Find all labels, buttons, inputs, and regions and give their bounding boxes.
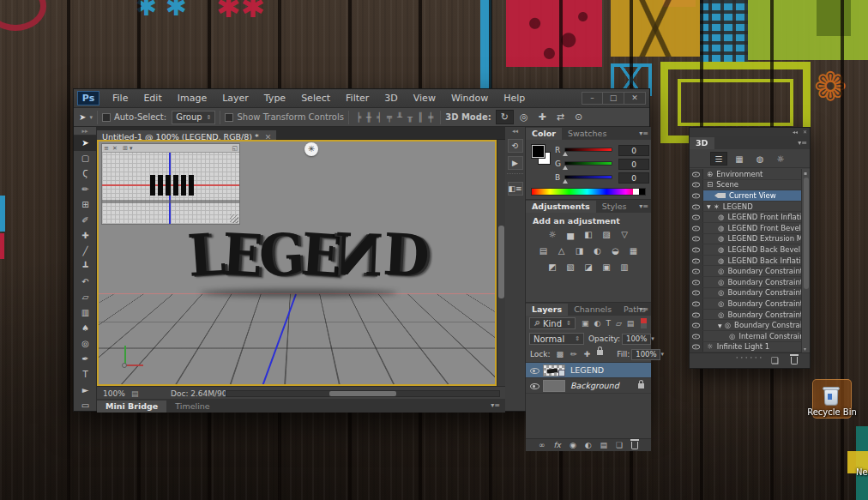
menu-filter[interactable]: Filter bbox=[338, 89, 377, 108]
hue-saturation-icon[interactable]: ▤ bbox=[536, 245, 551, 257]
history-brush-tool[interactable]: ↶ bbox=[74, 274, 97, 290]
expand-triangle-icon[interactable]: ▼ bbox=[707, 203, 711, 209]
auto-select-dropdown[interactable]: Group ⇕ bbox=[172, 111, 215, 124]
threshold-icon[interactable]: ◪ bbox=[582, 262, 596, 274]
filter-pixel-icon[interactable]: ▣ bbox=[579, 319, 592, 328]
filter-materials-icon[interactable]: ◍ bbox=[751, 152, 769, 166]
threed-item-legend-back-inflatio-[interactable]: ◍LEGEND Back Inflatio... bbox=[690, 256, 803, 267]
eyedropper-tool[interactable]: ✐ bbox=[74, 213, 97, 228]
swap-view-icon[interactable]: ◱ bbox=[232, 145, 238, 152]
lasso-tool[interactable]: Ϛ bbox=[74, 166, 97, 182]
color-panel-menu-icon[interactable]: ▾≡ bbox=[639, 130, 648, 137]
new-layer-icon[interactable]: ❏ bbox=[616, 441, 623, 449]
menu-layer[interactable]: Layer bbox=[214, 89, 256, 108]
resize-grip-icon[interactable] bbox=[230, 214, 238, 223]
recycle-bin-icon[interactable] bbox=[823, 385, 840, 407]
minimize-button[interactable]: – bbox=[582, 92, 603, 105]
scroll-down-icon[interactable]: ▾ bbox=[804, 346, 806, 352]
threed-item-legend-front-bevel-[interactable]: ◍LEGEND Front Bevel ... bbox=[690, 223, 803, 234]
menu-view[interactable]: View bbox=[406, 89, 443, 108]
layer-row-legend[interactable]: LEGEND bbox=[526, 363, 651, 378]
threed-item-boundary-constraint-6[interactable]: ▼◎Boundary Constraint 6 bbox=[690, 320, 803, 331]
layers-tab-layers[interactable]: Layers bbox=[526, 304, 568, 316]
spectrum-black-swatch[interactable] bbox=[639, 189, 645, 195]
invert-icon[interactable]: ◩ bbox=[546, 262, 560, 274]
auto-select-checkbox[interactable] bbox=[102, 113, 111, 122]
layer-filter-kind-dropdown[interactable]: 🔎︎ Kind ⇕ bbox=[529, 317, 576, 329]
properties-panel-icon[interactable]: ◧≡ bbox=[508, 182, 523, 196]
link-layers-icon[interactable]: ∞ bbox=[539, 441, 546, 449]
horizontal-scrollbar[interactable] bbox=[226, 390, 500, 397]
horizontal-scrollbar-thumb[interactable] bbox=[329, 391, 396, 396]
filter-adjustment-icon[interactable]: ◐ bbox=[592, 319, 604, 328]
current-tool-icon[interactable]: ➤ bbox=[74, 112, 89, 122]
adjustments-panel-menu-icon[interactable]: ▾≡ bbox=[639, 202, 648, 210]
color-lookup-icon[interactable]: ▦ bbox=[626, 245, 641, 257]
filter-toggle-icon[interactable] bbox=[641, 318, 647, 328]
vibrance-icon[interactable]: ▽ bbox=[618, 229, 632, 241]
threed-tab[interactable]: 3D bbox=[690, 137, 714, 149]
threed-scrollbar-thumb[interactable] bbox=[804, 178, 809, 289]
visibility-toggle[interactable] bbox=[690, 202, 703, 212]
filter-meshes-icon[interactable]: ▦ bbox=[731, 152, 748, 166]
add-layer-mask-icon[interactable]: ◉ bbox=[570, 441, 576, 449]
expand-triangle-icon[interactable]: ▼ bbox=[718, 322, 722, 328]
grip-icon[interactable]: ≡ bbox=[104, 145, 109, 152]
collapse-panel-icon[interactable]: ◂◂ bbox=[793, 129, 798, 135]
new-item-icon[interactable]: ❏ bbox=[771, 356, 779, 365]
curves-icon[interactable]: ◧ bbox=[582, 229, 596, 241]
align-top-icon[interactable]: ╤ bbox=[384, 112, 395, 122]
visibility-toggle[interactable] bbox=[690, 342, 703, 352]
canvas[interactable]: LEGEND ✳ ≡ ✕ ⊞ ▾ ◱ bbox=[97, 140, 497, 386]
threed-panel-menu-icon[interactable]: ▾≡ bbox=[798, 139, 807, 147]
filter-shape-icon[interactable]: ▱ bbox=[613, 319, 624, 328]
clone-stamp-tool[interactable]: ┻ bbox=[74, 259, 97, 274]
crop-tool[interactable]: ⊞ bbox=[74, 197, 97, 213]
photo-filter-icon[interactable]: ◐ bbox=[590, 245, 605, 257]
visibility-toggle[interactable] bbox=[690, 223, 703, 233]
color-tab-color[interactable]: Color bbox=[526, 128, 562, 140]
align-bottom-icon[interactable]: ╥ bbox=[405, 112, 415, 122]
visibility-toggle[interactable] bbox=[526, 366, 543, 375]
menu-3d[interactable]: 3D bbox=[377, 89, 405, 108]
move-tool[interactable]: ➤ bbox=[74, 136, 97, 151]
view-select-icon[interactable]: ⊞ ▾ bbox=[123, 145, 133, 152]
gradient-tool[interactable]: ▥ bbox=[74, 305, 97, 321]
exposure-icon[interactable]: ▨ bbox=[600, 229, 614, 241]
visibility-toggle[interactable] bbox=[690, 212, 703, 222]
align-middle-icon[interactable]: ╨ bbox=[395, 112, 405, 122]
levels-icon[interactable]: ▅ bbox=[564, 229, 578, 241]
eraser-tool[interactable]: ▱ bbox=[74, 290, 97, 305]
channel-value[interactable]: 0 bbox=[618, 172, 649, 184]
new-adjustment-layer-icon[interactable]: ◐ bbox=[585, 441, 592, 449]
tools-collapse-icon[interactable]: ▸▸ bbox=[74, 127, 96, 136]
lock-transparency-icon[interactable]: ▩ bbox=[553, 350, 568, 358]
vertical-scrollbar-thumb[interactable] bbox=[498, 226, 504, 298]
visibility-toggle[interactable] bbox=[690, 180, 703, 190]
slide-3d-icon[interactable]: ⇄ bbox=[552, 111, 569, 123]
slider-thumb[interactable] bbox=[563, 152, 568, 156]
threed-item-infinite-light-1[interactable]: ☼Infinite Light 1 bbox=[690, 342, 803, 353]
pen-tool[interactable]: ✒ bbox=[74, 352, 97, 367]
zoom-level[interactable]: 100% bbox=[103, 389, 125, 398]
lock-pixels-icon[interactable]: ✏ bbox=[567, 350, 581, 358]
visibility-toggle[interactable] bbox=[690, 320, 703, 330]
visibility-toggle[interactable] bbox=[690, 277, 703, 287]
foreground-swatch[interactable] bbox=[532, 145, 545, 158]
tool-preset-arrow-icon[interactable]: ▾ bbox=[89, 114, 93, 121]
healing-brush-tool[interactable]: ✚ bbox=[74, 228, 97, 244]
align-left-icon[interactable]: ╞ bbox=[353, 112, 364, 122]
distribute-h-icon[interactable]: ║ bbox=[415, 112, 425, 122]
channel-value[interactable]: 0 bbox=[618, 159, 649, 170]
posterize-icon[interactable]: ▧ bbox=[564, 262, 578, 274]
color-tab-swatches[interactable]: Swatches bbox=[562, 128, 612, 140]
dodge-tool[interactable]: ◎ bbox=[74, 336, 97, 352]
threed-item-legend-extrusion-ma-[interactable]: ◍LEGEND Extrusion Ma... bbox=[690, 234, 803, 245]
visibility-toggle[interactable] bbox=[690, 256, 703, 266]
brush-tool[interactable]: ╱ bbox=[74, 244, 97, 259]
selective-color-icon[interactable]: ▣ bbox=[600, 262, 614, 274]
show-transform-checkbox[interactable] bbox=[225, 113, 233, 122]
threed-item-legend-front-inflatio-[interactable]: ◍LEGEND Front Inflatio... bbox=[690, 212, 803, 223]
filter-whole-scene-icon[interactable]: ☰ bbox=[710, 152, 727, 166]
expand-dock-icon[interactable]: ◂◂ bbox=[505, 127, 525, 136]
